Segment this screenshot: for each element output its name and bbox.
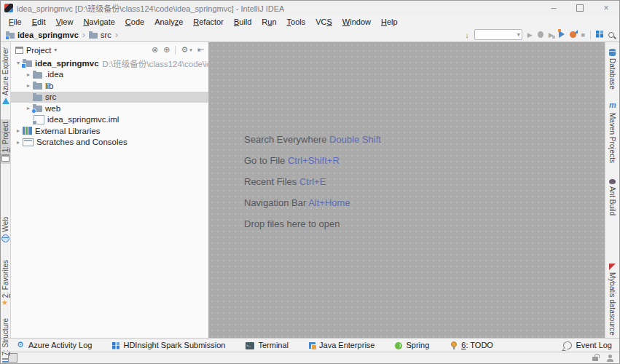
breadcrumb-separator: › xyxy=(82,31,85,39)
left-toolwindow-tab[interactable]: 2: Favorites xyxy=(1,258,10,310)
menu-item[interactable]: Window xyxy=(337,17,376,26)
profiler-button[interactable] xyxy=(559,31,565,39)
tree-row[interactable]: ▸ lib xyxy=(11,80,208,92)
event-log-icon xyxy=(563,341,572,349)
tree-row[interactable]: idea_springmvc.iml xyxy=(11,114,208,126)
tree-item-icon xyxy=(33,95,42,101)
editor-area[interactable]: Search Everywhere Double Shift Go to Fil… xyxy=(209,42,605,338)
src-folder-icon xyxy=(89,33,98,39)
tree-row[interactable]: ▸ .idea xyxy=(11,69,208,81)
stop-button[interactable]: ■ xyxy=(581,31,585,39)
tree-item-label: src xyxy=(45,92,56,101)
menu-item[interactable]: VCS xyxy=(310,17,337,26)
bottom-toolwindow-tab[interactable]: 6: TODO xyxy=(450,341,493,349)
toolwindow-tab-label: Mybatis datasource xyxy=(608,272,616,336)
left-toolwindow-stripe: Azure Explorer 1: Project Web 2: Favorit… xyxy=(1,42,11,338)
chevron-icon[interactable]: ▸ xyxy=(24,82,33,89)
menu-item[interactable]: Run xyxy=(256,17,281,26)
right-toolwindow-tab[interactable]: Mybatis datasource xyxy=(608,261,617,338)
collapse-all-icon[interactable]: ⇤ xyxy=(197,45,204,55)
menu-item[interactable]: File xyxy=(4,17,27,26)
tree-row[interactable]: ▸ Scratches and Consoles xyxy=(11,137,208,149)
menu-item[interactable]: Analyze xyxy=(149,17,188,26)
title-bar: idea_springmvc [D:\班级备份\class124\code\id… xyxy=(1,1,619,15)
tree-item-label: idea_springmvc.iml xyxy=(47,115,119,124)
run-configuration-select[interactable]: ▾ xyxy=(474,29,522,40)
bottom-toolwindow-tab[interactable]: Spring xyxy=(395,341,429,349)
search-everywhere-button[interactable] xyxy=(608,31,614,39)
menu-item[interactable]: Edit xyxy=(27,17,51,26)
bottom-toolwindow-tab[interactable]: Terminal xyxy=(246,341,289,349)
panel-header-icons: ⊗ ⊕ ⚙ ▾ ⇤ xyxy=(152,45,204,55)
tree-item-label: idea_springmvc xyxy=(35,59,99,68)
minimize-button[interactable]: – xyxy=(541,1,567,15)
bottom-toolwindow-tab[interactable]: Azure Activity Log xyxy=(17,341,92,349)
tree-item-icon xyxy=(23,127,32,135)
right-toolwindow-tab[interactable]: Database xyxy=(608,47,617,92)
menu-item[interactable]: Code xyxy=(120,17,149,26)
debug-button[interactable] xyxy=(538,31,544,39)
right-toolwindow-tab[interactable]: Ant Build xyxy=(608,175,617,218)
left-toolwindow-tab[interactable]: Azure Explorer xyxy=(1,45,10,106)
event-log-label: Event Log xyxy=(576,341,612,349)
toolwindow-tab-icon xyxy=(1,300,9,308)
breadcrumb-separator: › xyxy=(115,31,118,39)
project-panel-header: Project ▾ ⊗ ⊕ ⚙ ▾ ⇤ xyxy=(11,42,208,58)
tree-item-icon xyxy=(33,72,42,79)
menu-item[interactable]: Help xyxy=(376,17,403,26)
run-toolbar: ↓ ▾ ▶ ▶ ■ xyxy=(465,29,614,40)
project-folder-icon xyxy=(6,33,15,39)
chevron-down-icon[interactable]: ▾ xyxy=(54,47,57,53)
toolwindow-tab-icon xyxy=(1,154,9,162)
tree-row[interactable]: ▸ External Libraries xyxy=(11,125,208,137)
tree-item-label: .idea xyxy=(45,70,63,79)
menu-item[interactable]: Build xyxy=(229,17,256,26)
scroll-from-source-icon[interactable]: ⊕ xyxy=(163,45,170,55)
intellij-logo-icon xyxy=(4,4,13,12)
tree-item-icon xyxy=(23,138,34,146)
toolwindow-tab-label: Spring xyxy=(406,341,429,349)
maximize-icon xyxy=(576,4,584,12)
run-button[interactable]: ▶ xyxy=(527,31,533,39)
toolwindow-tab-label: 1: Project xyxy=(1,122,9,152)
event-log-button[interactable]: Event Log xyxy=(563,341,612,349)
welcome-label: Recent Files xyxy=(244,176,297,187)
chevron-icon[interactable]: ▸ xyxy=(24,71,33,78)
gear-icon[interactable]: ⚙ xyxy=(181,45,188,55)
toolwindow-tab-icon xyxy=(17,341,25,349)
chevron-icon[interactable]: ▸ xyxy=(14,139,23,146)
welcome-label: Navigation Bar xyxy=(244,197,306,208)
right-toolwindow-tab[interactable]: Maven Projects xyxy=(608,100,617,165)
tree-row[interactable]: ▾ idea_springmvc D:\班级备份\class124\code\i… xyxy=(11,58,208,69)
toolbar-divider xyxy=(175,46,176,55)
tree-item-icon xyxy=(23,60,32,67)
tree-row[interactable]: ▸ web xyxy=(11,103,208,114)
import-changes-icon[interactable]: ↓ xyxy=(465,31,469,39)
project-panel-title[interactable]: Project xyxy=(26,46,51,55)
async-profiler-button[interactable] xyxy=(570,31,576,39)
toolwindow-tab-label: Azure Activity Log xyxy=(28,341,92,349)
toolwindow-tab-icon xyxy=(609,264,616,270)
locate-file-icon[interactable]: ⊗ xyxy=(152,45,158,55)
menu-item[interactable]: Refactor xyxy=(188,17,229,26)
toolwindow-tab-icon xyxy=(2,98,9,104)
bottom-toolwindow-tab[interactable]: Java Enterprise xyxy=(309,341,374,349)
lock-icon[interactable] xyxy=(592,357,598,361)
menu-item[interactable]: Tools xyxy=(282,17,311,26)
chevron-icon[interactable]: ▸ xyxy=(14,127,23,134)
tree-item-icon xyxy=(33,106,42,112)
bottom-toolwindow-tab[interactable]: HDInsight Spark Submission xyxy=(112,341,225,349)
left-toolwindow-tab[interactable]: 1: Project xyxy=(1,119,10,164)
breadcrumb-src[interactable]: src xyxy=(101,31,111,39)
left-toolwindow-tab[interactable]: Web xyxy=(1,215,10,244)
breadcrumb-project[interactable]: idea_springmvc xyxy=(17,31,79,39)
run-with-coverage-button[interactable]: ▶ xyxy=(549,31,554,39)
highlighting-level-icon[interactable] xyxy=(607,355,613,362)
tree-row[interactable]: src xyxy=(11,92,208,103)
azure-tools-button[interactable] xyxy=(596,31,603,39)
maximize-button[interactable] xyxy=(567,1,593,15)
menu-item[interactable]: View xyxy=(51,17,79,26)
close-button[interactable]: × xyxy=(593,1,619,15)
project-tree: ▾ idea_springmvc D:\班级备份\class124\code\i… xyxy=(11,58,208,338)
menu-item[interactable]: Navigate xyxy=(78,17,119,26)
